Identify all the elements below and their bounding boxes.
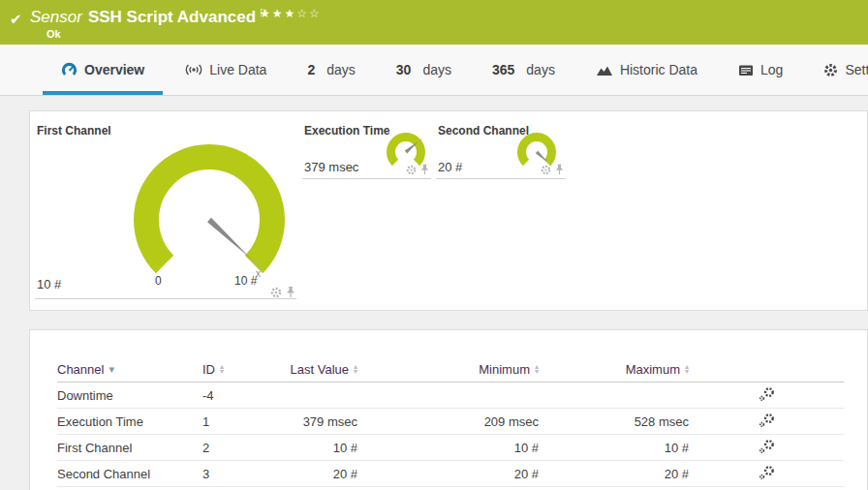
gauge-execution-time: Execution Time 379 msec	[302, 119, 431, 179]
table-row-downtime[interactable]: Downtime -4	[57, 383, 844, 409]
column-header-channel[interactable]: Channel ▾	[57, 362, 202, 377]
tab-label: Settings	[845, 62, 868, 77]
tab-label: Log	[760, 62, 783, 77]
live-data-icon	[185, 63, 202, 77]
gauge-gear-icon[interactable]	[406, 165, 417, 175]
sort-both-icon: ▴▾	[220, 365, 224, 374]
gauge-pin-icon[interactable]	[420, 164, 429, 175]
sensor-type-label: Sensor	[30, 8, 82, 26]
priority-stars[interactable]: ★★★☆☆	[260, 7, 322, 20]
sensor-name: SSH Script Advanced	[88, 8, 256, 26]
gauge-title: Execution Time	[304, 124, 389, 138]
gauge-pin-icon[interactable]	[286, 286, 295, 298]
tab-365-days[interactable]: 365 days	[472, 45, 575, 95]
table-header-row: Channel ▾ ID ▴▾ Last Value ▴▾ Minimum ▴▾…	[57, 357, 844, 383]
gauge-second-channel: Second Channel 20 #	[436, 119, 566, 179]
channel-id: 3	[202, 467, 275, 481]
gauge-icon	[61, 62, 78, 78]
tab-label: Overview	[84, 62, 144, 77]
sort-both-icon: ▴▾	[685, 365, 689, 374]
tab-live-data[interactable]: Live Data	[165, 45, 287, 95]
log-icon	[738, 64, 754, 77]
channel-id: -4	[202, 388, 275, 403]
channel-minimum: 209 msec	[357, 414, 539, 429]
channel-maximum: 20 #	[539, 467, 689, 481]
edit-channel-gears-icon[interactable]	[758, 386, 776, 402]
channel-maximum: 10 #	[539, 441, 689, 455]
overview-gauges-panel: First Channel x 0 10 # 10 # Execution Ti…	[29, 110, 868, 311]
column-header-id[interactable]: ID ▴▾	[202, 362, 275, 377]
edit-channel-gears-icon[interactable]	[758, 413, 776, 428]
gauge-value: 379 msec	[304, 160, 358, 174]
historic-data-icon	[596, 63, 613, 77]
gauge-needle	[207, 218, 252, 260]
gauge-pin-icon[interactable]	[555, 164, 564, 175]
gauge-gear-icon[interactable]	[270, 287, 282, 298]
channel-last-value: 10 #	[275, 441, 357, 455]
tab-log[interactable]: Log	[718, 45, 803, 95]
channel-id: 2	[202, 441, 275, 455]
channel-name: First Channel	[57, 441, 202, 455]
tab-overview[interactable]: Overview	[41, 45, 165, 95]
edit-channel-gears-icon[interactable]	[758, 439, 776, 454]
gauge-scale-max: 10 #	[234, 274, 257, 288]
channel-table: Channel ▾ ID ▴▾ Last Value ▴▾ Minimum ▴▾…	[57, 357, 844, 487]
page-title: SensorSSH Script Advanced⚐	[30, 8, 268, 27]
column-header-maximum[interactable]: Maximum ▴▾	[539, 362, 689, 377]
tab-2-days[interactable]: 2 days	[287, 45, 375, 95]
channel-last-value: 20 #	[275, 467, 357, 481]
channel-name: Downtime	[57, 388, 202, 403]
channel-minimum: 10 #	[357, 441, 539, 455]
channel-id: 1	[202, 414, 275, 429]
tab-30-days[interactable]: 30 days	[376, 45, 472, 95]
column-header-minimum[interactable]: Minimum ▴▾	[357, 362, 539, 377]
channel-name: Second Channel	[57, 467, 202, 481]
settings-gear-icon	[823, 63, 838, 77]
tab-day-count: 365	[492, 62, 514, 77]
gauge-title: First Channel	[37, 124, 111, 138]
tab-label: Live Data	[209, 62, 266, 77]
column-header-last-value[interactable]: Last Value ▴▾	[275, 362, 357, 377]
gauge-value: 20 #	[438, 160, 462, 174]
tab-day-count: 2	[307, 62, 315, 77]
tab-bar: Overview Live Data 2 days 30 days 365 da…	[0, 45, 868, 96]
gauge-scale-min: 0	[155, 274, 162, 288]
status-badge: Ok	[46, 28, 61, 40]
tab-historic-data[interactable]: Historic Data	[575, 45, 718, 95]
tab-label: days	[526, 62, 555, 77]
gauge-gear-icon[interactable]	[541, 165, 551, 175]
gauge-value: 10 #	[37, 277, 61, 291]
tab-label: Historic Data	[620, 62, 698, 77]
channel-table-panel: Channel ▾ ID ▴▾ Last Value ▴▾ Minimum ▴▾…	[29, 329, 868, 490]
channel-minimum: 20 #	[357, 467, 539, 481]
sort-desc-icon: ▾	[108, 364, 114, 375]
channel-name: Execution Time	[57, 414, 202, 429]
channel-last-value: 379 msec	[275, 414, 357, 429]
table-row-execution-time[interactable]: Execution Time 1 379 msec 209 msec 528 m…	[57, 409, 844, 435]
gauge-first-channel: First Channel x 0 10 # 10 #	[35, 119, 296, 299]
table-row-first-channel[interactable]: First Channel 2 10 # 10 # 10 #	[57, 435, 844, 461]
edit-channel-gears-icon[interactable]	[758, 465, 776, 480]
tab-day-count: 30	[396, 62, 412, 77]
status-ok-check-icon: ✔	[10, 11, 22, 28]
tab-label: days	[326, 62, 356, 77]
table-row-second-channel[interactable]: Second Channel 3 20 # 20 # 20 #	[57, 461, 844, 487]
sensor-header: ✔ SensorSSH Script Advanced⚐ ★★★☆☆ Ok	[0, 0, 868, 45]
tab-settings[interactable]: Settings	[803, 45, 868, 95]
channel-maximum: 528 msec	[539, 414, 689, 429]
tab-label: days	[422, 62, 451, 77]
